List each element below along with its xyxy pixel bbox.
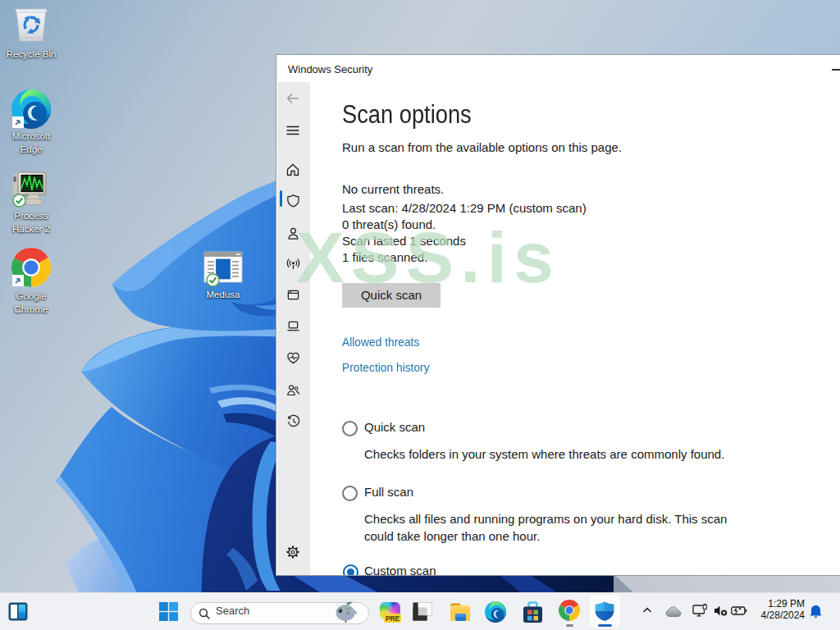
svg-text:PRE: PRE <box>386 614 400 623</box>
